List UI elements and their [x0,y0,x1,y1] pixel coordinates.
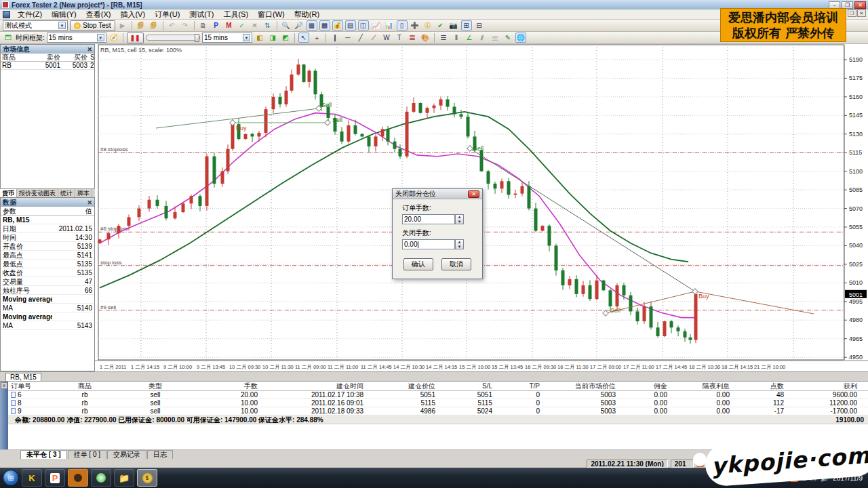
candle-chart-icon[interactable]: ▯ [397,20,408,30]
profit-chart-icon[interactable]: P [211,20,222,30]
cursor-tool-icon[interactable]: ↖ [298,33,309,43]
channel-tool-icon[interactable]: ⫽ [477,33,488,43]
zoom-in-icon[interactable]: 🔍 [281,20,292,30]
minimize-button[interactable]: – [829,1,840,9]
timeframe-dropdown[interactable]: 15 mins▼ [47,33,106,43]
market-info-tab[interactable]: 货币 [0,189,17,197]
confirm-icon[interactable]: ✓ [237,20,248,30]
menu-item[interactable]: 文件(Z) [13,9,47,20]
market-info-cell[interactable]: RB [1,62,35,70]
order-row[interactable]: 6rbsell20.002011.02.17 10:38505150510500… [8,391,868,399]
menu-item[interactable]: 插入(V) [115,9,150,20]
menu-item[interactable]: 编辑(Y) [47,9,81,20]
confirm-button[interactable]: 确认 [403,258,433,270]
vlines-set-icon[interactable]: ⦀ [451,33,462,43]
orders-header-cell[interactable]: 手数 [189,382,260,390]
redo-icon[interactable]: ↷ [180,20,191,30]
market-info-tab[interactable]: 报价变动图表 [17,189,58,197]
mdi-close-button[interactable]: ✕ [857,9,866,17]
orders-header-cell[interactable]: 商品 [47,382,122,390]
orders-header-cell[interactable]: 建仓时间 [260,382,366,390]
account-info-icon[interactable]: 💰 [332,20,343,30]
menu-item[interactable]: 窗口(W) [253,9,290,20]
orders-header-cell[interactable]: 获利 [787,382,860,390]
orders-header-cell[interactable]: 类型 [122,382,189,390]
close-lots-input[interactable]: 0.00 [402,239,455,249]
order-row[interactable]: 9rbsell10.002011.02.18 09:33498650240500… [8,407,868,415]
bar-chart-icon[interactable]: 📊 [384,20,395,30]
test-mode-dropdown[interactable]: 测试模式▼ [3,20,68,30]
orders-header-cell[interactable]: 订单号 [8,382,47,390]
line-chart-icon[interactable]: 📈 [371,20,382,30]
taskbar-kline-app-icon[interactable]: K [22,469,42,487]
copy-icon[interactable]: 🗐 [136,20,146,30]
menu-item[interactable]: 工具(S) [218,9,253,20]
orders-tab[interactable]: 挂单 [ 0 ] [68,450,106,459]
order-row[interactable]: 8rbsell10.002011.02.16 09:01511551150500… [8,399,868,407]
close-button[interactable]: ✕ [854,1,866,9]
slider-thumb[interactable] [195,34,199,42]
grid-on-icon[interactable]: ⊞ [461,20,472,30]
angle-tool-icon[interactable]: ∠ [464,33,475,43]
pause-button[interactable]: ❚❚ [127,33,144,43]
grid-off-icon[interactable]: ⊟ [474,20,485,30]
restart-test-icon[interactable]: ▶ [117,20,128,30]
market-info-cell[interactable]: 5003 [62,62,89,70]
orders-header-cell[interactable]: 佣金 [618,382,670,390]
orders-tab[interactable]: 交易记录 [107,450,146,459]
start-button[interactable]: ⊞ [3,470,19,486]
undo-icon[interactable]: ↶ [167,20,178,30]
mdi-restore-button[interactable]: ❐ [848,9,856,17]
orders-header-cell[interactable]: 点数 [732,382,787,390]
menu-item[interactable]: 帮助(R) [290,9,324,20]
color-picker-icon[interactable]: 🎨 [420,33,431,43]
crosshair-tool-icon[interactable]: ＋ [311,33,322,43]
ray-tool-icon[interactable]: ⟋ [368,33,379,43]
data-panel-close-icon[interactable]: ✕ [87,199,92,206]
maximize-button[interactable]: ❐ [842,1,853,9]
horizontal-line-tool-icon[interactable]: ─ [342,33,353,43]
menu-item[interactable]: 订单(U) [150,9,184,20]
dialog-titlebar[interactable]: 关闭部分仓位 ✕ [393,189,482,199]
orders-close-icon[interactable]: x [1,382,7,389]
taskbar-photo-icon[interactable] [68,469,88,487]
orders-header-cell[interactable]: 建仓价位 [366,382,438,390]
text-tool-icon[interactable]: T [394,33,405,43]
trendline-tool-icon[interactable]: ╱ [355,33,366,43]
taskbar-forex-tester-icon[interactable]: $ [137,469,157,487]
window-cascade-icon[interactable]: ▩ [319,20,330,30]
info-icon[interactable]: 🛈 [422,20,433,30]
cancel-button[interactable]: 取消 [441,258,471,270]
step-candle-icon[interactable]: ◩ [280,33,291,43]
zoom-out-icon[interactable]: 🔎 [294,20,304,30]
vertical-line-tool-icon[interactable]: ❙ [330,33,340,43]
order-lots-input[interactable]: 20.00 [402,214,455,224]
globe-tool-icon[interactable]: 🌐 [515,33,526,43]
market-info-tab[interactable]: 脚本 [75,189,92,197]
order-lots-spinner[interactable]: ▲▼ [455,214,464,224]
hlines-set-icon[interactable]: ☰ [438,33,449,43]
market-icon[interactable]: M [224,20,235,30]
journal-icon[interactable]: ▤ [345,20,356,30]
dialog-close-button[interactable]: ✕ [468,190,479,198]
new-document-icon[interactable]: 🗎 [198,20,209,30]
step-forward-icon[interactable]: ◨ [267,33,278,43]
window-tile-icon[interactable]: ▦ [307,20,317,30]
pencil-tool-icon[interactable]: ✎ [502,33,513,43]
new-chart-icon[interactable]: 🗔 [3,33,14,43]
market-info-tab[interactable]: 统计 [58,189,75,197]
orders-tab[interactable]: 日志 [147,450,173,459]
close-lots-spinner[interactable]: ▲▼ [455,239,464,249]
taskbar-explorer-icon[interactable]: 📁 [114,469,134,487]
orders-header-cell[interactable]: 当前市场价位 [542,382,618,390]
speed-slider[interactable] [146,35,200,41]
market-info-close-icon[interactable]: ✕ [87,46,92,53]
market-info-cell[interactable]: 5001 [35,62,62,70]
menu-item[interactable]: 测试(T) [184,9,218,20]
polyline-tool-icon[interactable]: 𝌆 [407,33,418,43]
wave-tool-icon[interactable]: W [381,33,392,43]
camera-icon[interactable]: 📷 [448,20,459,30]
menu-item[interactable]: 查看(X) [81,9,116,20]
market-info-cell[interactable]: 2 [89,62,94,70]
stop-test-button[interactable]: Stop Test [70,20,115,31]
